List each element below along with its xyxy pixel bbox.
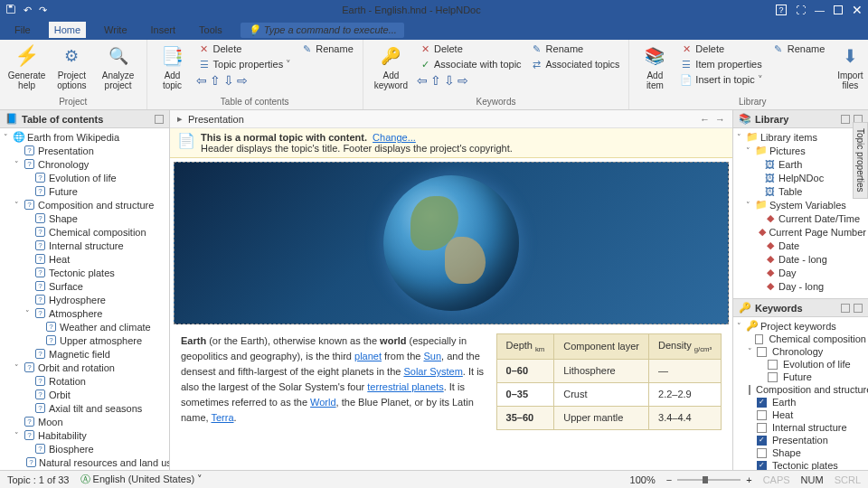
toc-item[interactable]: ?Tectonic plates [2, 266, 167, 279]
rename-item-button[interactable]: ✎Rename [770, 42, 827, 56]
keywords-tree[interactable]: ˅🔑Project keywordsChemical composition˅C… [733, 317, 868, 487]
keyword-item[interactable]: Future [735, 371, 866, 383]
maximize-icon[interactable] [834, 5, 843, 14]
tab-home[interactable]: Home [49, 22, 86, 38]
status-language[interactable]: Ⓐ English (United States) ˅ [80, 473, 203, 486]
link-world[interactable]: World [310, 397, 336, 408]
library-item[interactable]: ◆Day - long [735, 279, 866, 293]
library-item[interactable]: ◆Date [735, 239, 866, 252]
toc-item[interactable]: ˅?Atmosphere [2, 306, 167, 320]
nav-forward-icon[interactable]: → [715, 114, 725, 125]
library-item[interactable]: ◆Day [735, 266, 866, 279]
fullscreen-icon[interactable]: ⛶ [796, 5, 806, 15]
library-item[interactable]: 🖼Table [735, 184, 866, 198]
insert-in-topic-button[interactable]: 📄Insert in topic ˅ [678, 72, 764, 87]
library-item[interactable]: 🖼HelpNDoc [735, 171, 866, 184]
nav-back-icon[interactable]: ← [700, 114, 710, 125]
library-item[interactable]: ˅📁System Variables [735, 198, 866, 211]
link-sun[interactable]: Sun [423, 351, 441, 361]
tab-write[interactable]: Write [99, 22, 132, 38]
toc-item[interactable]: ?Presentation [2, 144, 167, 157]
library-item[interactable]: ◆Current Page Number [735, 225, 866, 239]
toc-item[interactable]: ?Evolution of life [2, 171, 167, 184]
associated-topics-button[interactable]: ⇄Associated topics [529, 57, 622, 71]
keyword-item[interactable]: Evolution of life [735, 358, 866, 371]
panel-pin-icon[interactable] [155, 115, 164, 124]
zoom-in-icon[interactable]: + [746, 474, 751, 485]
library-item[interactable]: ◆Date - long [735, 252, 866, 266]
library-item[interactable]: ˅📁Library items [735, 130, 866, 144]
tab-insert[interactable]: Insert [146, 22, 182, 38]
delete-topic-button[interactable]: ✕Delete [196, 42, 294, 56]
toc-item[interactable]: ?Upper atmosphere [2, 333, 167, 347]
library-item[interactable]: 🖼Earth [735, 157, 866, 171]
toc-item[interactable]: ?Rotation [2, 374, 167, 388]
breadcrumb-expand-icon[interactable]: ▸ [177, 113, 183, 125]
link-planet[interactable]: planet [354, 351, 382, 361]
keyword-item[interactable]: Shape [735, 446, 866, 459]
delete-keyword-button[interactable]: ✕Delete [417, 42, 524, 56]
toc-item[interactable]: ?Moon [2, 415, 167, 428]
keyword-item[interactable]: Heat [735, 408, 866, 421]
keyword-item[interactable]: Composition and structure [735, 383, 866, 396]
move-down-icon[interactable]: ⇩ [223, 73, 234, 88]
import-files-button[interactable]: ⬇Import files [832, 42, 868, 92]
keyword-item[interactable]: Internal structure [735, 421, 866, 434]
topic-properties-button[interactable]: ☰Topic properties ˅ [196, 57, 294, 71]
library-pin-icon[interactable] [841, 115, 850, 124]
library-item[interactable]: ˅📁Pictures [735, 144, 866, 157]
kw-left-icon[interactable]: ⇦ [417, 73, 428, 88]
kw-down-icon[interactable]: ⇩ [444, 73, 455, 88]
toc-item[interactable]: ?Hydrosphere [2, 293, 167, 306]
toc-item[interactable]: ?Magnetic field [2, 347, 167, 361]
analyze-project-button[interactable]: 🔍Analyze project [98, 42, 139, 92]
editor-area[interactable]: Depth kmComponent layerDensity g/cm³ 0–6… [170, 158, 732, 488]
kw-up-icon[interactable]: ⇧ [430, 73, 441, 88]
keywords-pin-icon[interactable] [841, 304, 850, 313]
topic-properties-tab[interactable]: Topic properties [853, 122, 868, 199]
toc-item[interactable]: ˅🌐Earth from Wikipedia [2, 130, 167, 144]
toc-item[interactable]: ?Axial tilt and seasons [2, 401, 167, 415]
close-icon[interactable]: ✕ [852, 3, 863, 17]
tab-tools[interactable]: Tools [193, 22, 228, 38]
breadcrumb-item[interactable]: Presentation [188, 114, 244, 125]
zoom-slider[interactable] [677, 479, 741, 481]
keywords-close-icon[interactable] [854, 304, 863, 313]
move-right-icon[interactable]: ⇨ [237, 73, 248, 88]
toc-item[interactable]: ˅?Chronology [2, 157, 167, 171]
toc-item[interactable]: ?Weather and climate [2, 320, 167, 333]
toc-item[interactable]: ?Future [2, 184, 167, 198]
link-solar-system[interactable]: Solar System [403, 366, 462, 377]
rename-keyword-button[interactable]: ✎Rename [529, 42, 622, 56]
item-properties-button[interactable]: ☰Item properties [678, 57, 764, 71]
keyword-root[interactable]: ˅🔑Project keywords [735, 319, 866, 333]
zoom-out-icon[interactable]: − [666, 474, 672, 485]
change-link[interactable]: Change... [373, 132, 416, 143]
toc-tree[interactable]: ˅🌐Earth from Wikipedia?Presentation˅?Chr… [0, 128, 169, 488]
move-up-icon[interactable]: ⇧ [210, 73, 221, 88]
kw-right-icon[interactable]: ⇨ [458, 73, 468, 88]
toc-item[interactable]: ?Chemical composition [2, 225, 167, 239]
toc-item[interactable]: ?Heat [2, 252, 167, 266]
add-item-button[interactable]: 📚Add item [637, 42, 673, 92]
keyword-item[interactable]: ˅Chronology [735, 345, 866, 358]
toc-item[interactable]: ?Orbit [2, 388, 167, 401]
toc-item[interactable]: ?Shape [2, 211, 167, 225]
toc-item[interactable]: ˅?Composition and structure [2, 198, 167, 211]
generate-help-button[interactable]: ⚡Generate help [7, 42, 46, 92]
add-keyword-button[interactable]: 🔑Add keyword [371, 42, 411, 92]
toc-item[interactable]: ˅?Habitability [2, 428, 167, 442]
toc-item[interactable]: ˅?Orbit and rotation [2, 361, 167, 374]
keyword-item[interactable]: Chemical composition [735, 333, 866, 345]
rename-topic-button[interactable]: ✎Rename [298, 42, 355, 56]
project-options-button[interactable]: ⚙Project options [52, 42, 92, 92]
help-icon[interactable]: ? [776, 5, 787, 15]
library-item[interactable]: ◆Current Date/Time [735, 211, 866, 225]
move-left-icon[interactable]: ⇦ [196, 73, 207, 88]
minimize-icon[interactable]: — [815, 5, 825, 15]
tab-file[interactable]: File [9, 22, 36, 38]
keyword-item[interactable]: Presentation [735, 434, 866, 446]
redo-icon[interactable]: ↷ [39, 5, 47, 16]
toc-item[interactable]: ?Surface [2, 279, 167, 293]
link-terrestrial[interactable]: terrestrial planets [367, 381, 443, 392]
